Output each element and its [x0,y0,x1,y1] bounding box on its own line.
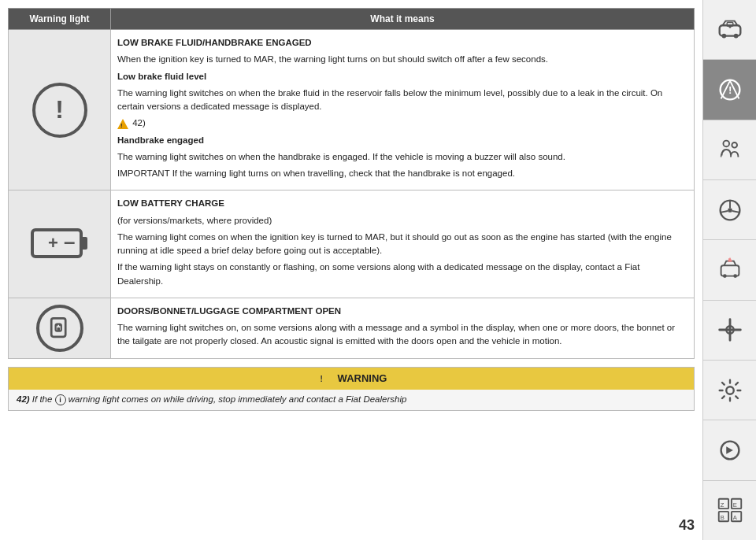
icon-cell-battery: + – [9,190,111,298]
brake-p1: When the ignition key is turned to MAR, … [117,53,687,66]
sidebar-item-dashboard[interactable]: ! [703,60,756,120]
text-cell-battery: LOW BATTERY CHARGE (for versions/markets… [111,190,695,298]
maintenance-icon [715,315,745,345]
col-header-warning: Warning light [9,9,111,30]
brake-subtitle1: Low brake fluid level [117,72,206,81]
svg-point-17 [732,142,737,148]
table-row: + – LOW BATTERY CHARGE (for versions/mar… [9,190,695,298]
svg-point-19 [728,208,732,213]
warning-label: WARNING [338,372,387,384]
warning-triangle-icon [316,372,332,386]
door-p1: The warning light switches on, on some v… [117,321,687,349]
sidebar-item-zones[interactable]: Z E B A [703,481,756,540]
svg-rect-4 [51,318,65,336]
svg-line-21 [720,211,728,213]
brake-p2: The warning light switches on when the b… [117,87,687,114]
svg-rect-1 [81,237,87,250]
brake-p3: The warning light switches on when the h… [117,150,687,164]
brake-title: LOW BRAKE FLUID/HANDBRAKE ENGAGED [117,38,312,47]
warning-ref-num: 42) [17,394,30,404]
triangle-icon [117,119,128,129]
battery-icon: + – [28,224,91,263]
page-number: 43 [679,517,695,534]
svg-line-22 [732,211,739,213]
settings-icon [715,375,745,405]
svg-point-16 [723,141,729,147]
warning-header: WARNING [9,368,694,390]
battery-p1: (for versions/markets, where provided) [117,214,687,227]
svg-point-10 [721,33,726,38]
text-cell-door: DOORS/BONNET/LUGGAGE COMPARTMENT OPEN Th… [111,298,695,358]
sidebar-item-maintenance[interactable] [703,301,756,361]
dashboard-icon: ! [715,75,745,105]
svg-text:!: ! [728,84,732,96]
right-sidebar: ! ! [702,0,756,540]
brake-warning-icon: ! [32,83,87,138]
svg-point-13 [728,25,731,28]
sidebar-item-hazard[interactable]: ! [703,240,756,300]
svg-text:B: B [720,515,724,522]
svg-rect-6 [57,327,60,331]
svg-text:A: A [732,515,737,522]
brake-ref: 42) [117,117,687,130]
door-lock-svg [46,314,74,342]
occupants-icon [715,135,745,165]
warning-ref-text2: warning light comes on while driving, st… [69,394,407,404]
warning-ref-text1: If the [32,394,55,404]
table-row: DOORS/BONNET/LUGGAGE COMPARTMENT OPEN Th… [9,298,695,358]
audio-icon [715,435,745,465]
warning-table: Warning light What it means ! LOW BRAKE … [8,8,695,359]
brake-subtitle2: Handbrake engaged [117,135,204,145]
svg-text:Z: Z [720,501,724,509]
sidebar-item-settings[interactable] [703,361,756,420]
svg-text:+: + [48,233,58,253]
svg-point-25 [733,274,737,278]
hazard-icon: ! [715,255,745,285]
icon-cell-brake: ! [9,30,111,190]
sidebar-item-audio[interactable] [703,420,756,480]
brake-p4: IMPORTANT If the warning light turns on … [117,167,687,180]
battery-title: LOW BATTERY CHARGE [117,198,224,208]
car-overview-icon [715,15,745,45]
svg-text:!: ! [728,258,729,262]
door-title: DOORS/BONNET/LUGGAGE COMPARTMENT OPEN [117,306,341,316]
svg-point-11 [733,33,738,38]
warning-note-box: WARNING 42) If the i warning light comes… [8,367,695,411]
svg-text:E: E [732,501,736,509]
sidebar-item-steering[interactable] [703,180,756,240]
svg-point-24 [722,274,726,278]
svg-text:–: – [64,230,75,253]
text-cell-brake: LOW BRAKE FLUID/HANDBRAKE ENGAGED When t… [111,30,695,190]
warning-content: 42) If the i warning light comes on whil… [9,390,694,410]
svg-rect-23 [721,265,739,276]
battery-p3: If the warning light stays on constantly… [117,261,687,288]
zones-icon: Z E B A [715,495,745,525]
steering-icon [715,195,745,225]
table-row: ! LOW BRAKE FLUID/HANDBRAKE ENGAGED When… [9,30,695,190]
battery-p2: The warning light comes on when the igni… [117,231,687,258]
sidebar-item-occupants[interactable] [703,120,756,180]
sidebar-item-car-overview[interactable] [703,0,756,60]
icon-cell-door [9,298,111,358]
svg-point-28 [726,387,734,394]
col-header-meaning: What it means [111,9,695,30]
circle-i-icon: i [55,394,66,405]
door-icon [36,305,83,352]
